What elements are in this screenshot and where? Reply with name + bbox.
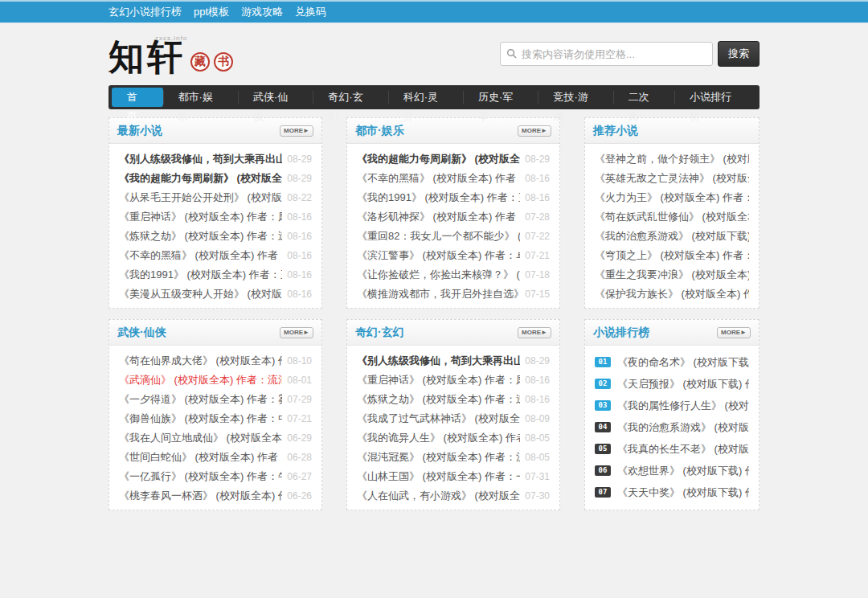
novel-link[interactable]: 《我成了过气武林神话》 (校对版全本) 作者...	[357, 412, 520, 426]
novel-link[interactable]: 《别人练级我修仙，苟到大乘再出山》 (校...	[119, 152, 282, 166]
search-input[interactable]	[500, 42, 713, 66]
novel-link[interactable]: 《让你捡破烂，你捡出来核弹？》 (校对版全...	[357, 268, 520, 282]
novel-link[interactable]: 《横推游戏都市，我开启外挂自选》 (校对版...	[357, 287, 520, 301]
novel-link[interactable]: 《世间白蛇仙》 (校对版全本) 作者：饥鱼	[119, 450, 282, 465]
list-item: 《我成了过气武林神话》 (校对版全本) 作者...08-09	[347, 409, 559, 428]
nav-item[interactable]: 首页	[112, 88, 163, 107]
nav-item[interactable]: 武侠·仙侠	[238, 88, 313, 107]
list-item: 《让你捡破烂，你捡出来核弹？》 (校对版全...07-18	[347, 265, 559, 285]
rank-badge: 04	[595, 422, 611, 432]
topbar-links: 玄幻小说排行榜ppt模板游戏攻略兑换码	[108, 2, 760, 23]
novel-link[interactable]: 《一亿孤行》 (校对版全本) 作者：牛笔	[119, 469, 282, 484]
novel-link[interactable]: 《我的诡异人生》 (校对版全本) 作者：白刃...	[357, 431, 520, 445]
topbar-link-2[interactable]: ppt模板	[194, 5, 229, 19]
novel-link[interactable]: 《美漫从五级变种人开始》 (校对版全本) 作...	[119, 287, 282, 301]
novel-link[interactable]: 《重启神话》 (校对版全本) 作者：凤嘲凰	[357, 373, 520, 387]
panel-header: 武侠·仙侠 MORE►	[109, 320, 321, 346]
list-item: 《我的1991》 (校对版全本) 作者：三月麻竹08-16	[109, 265, 321, 285]
novel-link[interactable]: 《炼狱之劫》 (校对版全本) 作者：逆苍天	[119, 229, 282, 244]
nav-item[interactable]: 竞技·游戏	[538, 88, 612, 107]
list-item: 01《夜的命名术》 (校对版下载) 作...	[585, 351, 759, 373]
novel-link[interactable]: 《炼狱之劫》 (校对版全本) 作者：逆苍天	[357, 392, 520, 407]
rank-badge: 05	[595, 444, 611, 454]
novel-link[interactable]: 《天启预报》 (校对版下载) 作者:...	[617, 377, 749, 391]
item-date: 08-29	[287, 154, 312, 165]
novel-link[interactable]: 《重启神话》 (校对版全本) 作者：凤嘲凰	[119, 210, 282, 224]
list-item: 《别人练级我修仙，苟到大乘再出山》 (校...08-29	[109, 150, 321, 169]
item-date: 07-15	[525, 289, 550, 300]
panel-header: 最新小说 MORE►	[109, 118, 321, 144]
novel-link[interactable]: 《滨江警事》 (校对版全本) 作者：卓牧闲	[357, 248, 520, 263]
novel-link[interactable]: 《我的1991》 (校对版全本) 作者：三月麻竹	[357, 190, 520, 205]
panel-list: 《别人练级我修仙，苟到大乘再出山》 (校对...08-29《重启神话》 (校对版…	[347, 346, 559, 510]
site-logo[interactable]: zxcs.info 知轩 藏 书	[108, 33, 233, 75]
novel-link[interactable]: 《火力为王》 (校对版全本) 作者：如...	[595, 190, 749, 205]
novel-link[interactable]: 《桃李春风一杯酒》 (校对版全本) 作者：小...	[119, 489, 282, 503]
novel-link[interactable]: 《重回82：我女儿一个都不能少》 (校对版全...	[357, 229, 520, 244]
novel-link[interactable]: 《我真的长生不老》 (校对版下载...	[617, 442, 749, 457]
list-item: 《世间白蛇仙》 (校对版全本) 作者：饥鱼06-28	[109, 448, 321, 467]
novel-link[interactable]: 《重生之我要冲浪》 (校对版全本) 作...	[595, 268, 749, 282]
novel-link[interactable]: 《天天中奖》 (校对版下载) 作者:...	[617, 485, 749, 500]
novel-link[interactable]: 《欢想世界》 (校对版下载) 作者:...	[617, 464, 749, 478]
novel-link[interactable]: 《山林王国》 (校对版全本) 作者：一二32	[357, 469, 520, 484]
panel-list: 《别人练级我修仙，苟到大乘再出山》 (校...08-29《我的超能力每周刷新》 …	[109, 144, 321, 308]
novel-link[interactable]: 《苟在仙界成大佬》 (校对版全本) 作者：沉...	[119, 354, 282, 368]
novel-link[interactable]: 《别人练级我修仙，苟到大乘再出山》 (校对...	[357, 354, 520, 368]
item-date: 08-05	[525, 432, 550, 444]
more-button[interactable]: MORE►	[280, 125, 313, 137]
more-button[interactable]: MORE►	[717, 327, 751, 338]
novel-link[interactable]: 《洛杉矶神探》 (校对版全本) 作者：跑盘	[357, 210, 520, 224]
novel-link[interactable]: 《人在仙武，有小游戏》 (校对版全本) 作者...	[357, 489, 520, 503]
topbar-link-3[interactable]: 游戏攻略	[241, 5, 283, 19]
novel-link[interactable]: 《我的超能力每周刷新》 (校对版全本) 作者...	[119, 171, 282, 186]
novel-link[interactable]: 《保护我方族长》 (校对版全本) 作者...	[595, 287, 749, 301]
nav-item[interactable]: 小说排行榜	[674, 88, 756, 107]
nav-item[interactable]: 二次元	[613, 88, 674, 107]
novel-link[interactable]: 《我的治愈系游戏》 (校对版下载) 作...	[595, 229, 749, 244]
item-date: 07-21	[525, 250, 550, 261]
list-item: 《登神之前，做个好领主》 (校对版全...	[585, 150, 759, 169]
list-item: 《不幸的黑猫》 (校对版全本) 作者：非玩家...08-16	[109, 246, 321, 265]
more-button[interactable]: MORE►	[518, 125, 551, 137]
novel-link[interactable]: 《从呆毛王开始公开处刑》 (校对版全本) 作...	[119, 190, 282, 205]
logo-seals: 藏 书	[190, 52, 233, 72]
list-item: 《山林王国》 (校对版全本) 作者：一二3207-31	[347, 467, 559, 486]
novel-link[interactable]: 《不幸的黑猫》 (校对版全本) 作者：非玩家...	[357, 171, 520, 186]
list-item: 《御兽仙族》 (校对版全本) 作者：中天紫薇...07-21	[109, 409, 321, 428]
novel-link[interactable]: 《登神之前，做个好领主》 (校对版全...	[595, 152, 749, 166]
topbar-link-4[interactable]: 兑换码	[295, 5, 326, 19]
more-button[interactable]: MORE►	[280, 327, 313, 338]
novel-link[interactable]: 《不幸的黑猫》 (校对版全本) 作者：非玩家...	[119, 248, 282, 263]
list-item: 《美漫从五级变种人开始》 (校对版全本) 作...08-16	[109, 285, 321, 304]
novel-link[interactable]: 《我的属性修行人生》 (校对版下...	[617, 399, 749, 413]
novel-link[interactable]: 《御兽仙族》 (校对版全本) 作者：中天紫薇...	[119, 412, 282, 426]
novel-link[interactable]: 《武滴仙》 (校对版全本) 作者：流浪的蛤蟆	[119, 373, 282, 387]
nav-item[interactable]: 都市·娱乐	[163, 88, 238, 107]
topbar-link-1[interactable]: 玄幻小说排行榜	[108, 5, 182, 19]
novel-link[interactable]: 《苟在妖武乱世修仙》 (校对版全本) ...	[595, 210, 749, 224]
novel-link[interactable]: 《我在人间立地成仙》 (校对版全本) 作者：...	[119, 431, 282, 445]
list-item: 06《欢想世界》 (校对版下载) 作者:...	[585, 460, 759, 481]
novel-link[interactable]: 《我的1991》 (校对版全本) 作者：三月麻竹	[119, 268, 282, 282]
more-button[interactable]: MORE►	[518, 327, 551, 338]
novel-link[interactable]: 《混沌冠冕》 (校对版全本) 作者：汉朝天子	[357, 450, 520, 465]
novel-link[interactable]: 《我的治愈系游戏》 (校对版下载...	[617, 420, 749, 435]
nav-item[interactable]: 科幻·灵异	[388, 88, 463, 107]
item-date: 08-16	[525, 173, 550, 184]
search-button[interactable]: 搜索	[718, 41, 760, 67]
novel-link[interactable]: 《穹顶之上》 (校对版全本) 作者：人...	[595, 248, 749, 263]
nav-item[interactable]: 历史·军事	[463, 88, 538, 107]
novel-link[interactable]: 《夜的命名术》 (校对版下载) 作...	[617, 355, 749, 370]
list-item: 《炼狱之劫》 (校对版全本) 作者：逆苍天08-16	[109, 227, 321, 246]
panel-title: 都市·娱乐	[355, 124, 404, 138]
list-item: 《苟在仙界成大佬》 (校对版全本) 作者：沉...08-10	[109, 351, 321, 371]
novel-link[interactable]: 《英雄无敌之亡灵法神》 (校对版全本...	[595, 171, 749, 186]
novel-link[interactable]: 《一夕得道》 (校对版全本) 作者：雾外江山	[119, 392, 282, 407]
list-item: 《武滴仙》 (校对版全本) 作者：流浪的蛤蟆08-01	[109, 371, 321, 390]
logo-seal-1: 藏	[190, 52, 210, 72]
novel-link[interactable]: 《我的超能力每周刷新》 (校对版全本) 作者...	[357, 152, 520, 166]
item-date: 07-29	[287, 394, 312, 405]
list-item: 《从呆毛王开始公开处刑》 (校对版全本) 作...08-22	[109, 188, 321, 207]
nav-item[interactable]: 奇幻·玄幻	[313, 88, 387, 107]
